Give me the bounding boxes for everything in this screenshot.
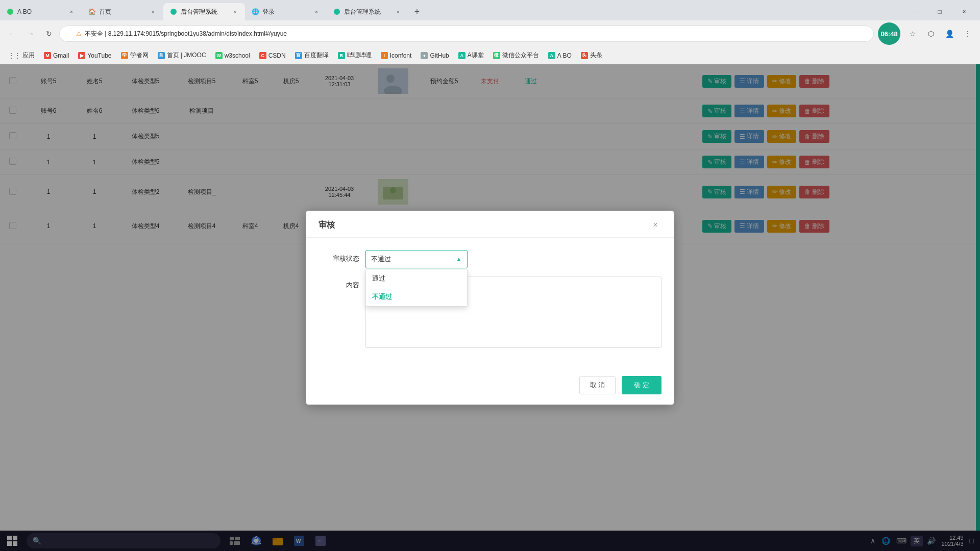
time-badge: 06:48 <box>878 22 900 45</box>
toutiao-favicon: 头 <box>581 52 588 59</box>
bookmark-bilibili[interactable]: B 哔哩哔哩 <box>334 49 376 62</box>
abo-favicon: A <box>548 52 555 59</box>
browser-tab-2[interactable]: 🏠 首页 × <box>82 3 163 20</box>
confirm-button[interactable]: 确 定 <box>622 376 662 394</box>
bookmark-baidu-translate[interactable]: 百 百度翻译 <box>291 49 333 62</box>
bookmark-aketang-label: A课堂 <box>468 51 484 60</box>
extension-button[interactable]: ⬡ <box>923 26 939 42</box>
bookmark-iconfont[interactable]: I Iconfont <box>377 50 416 61</box>
status-control: 不通过 ▲ 通过 不通过 <box>365 250 662 268</box>
refresh-button[interactable]: ↻ <box>41 26 57 42</box>
back-button[interactable]: ← <box>4 26 20 42</box>
bookmark-apps-label: 应用 <box>22 51 35 60</box>
baidu-favicon: 百 <box>295 52 302 59</box>
bookmark-jmooc-label: 首页 | JMOOC <box>167 51 206 60</box>
tab-close-3[interactable]: × <box>231 8 239 16</box>
address-bar: ← → ↻ ⚠ 不安全 | 8.129.11.174:9015/springbo… <box>0 20 980 47</box>
xuezhe-favicon: 学 <box>121 52 128 59</box>
tab-favicon-4: 🌐 <box>251 8 259 16</box>
youtube-favicon: ▶ <box>78 52 85 59</box>
browser-tab-4[interactable]: 🌐 登录 × <box>245 3 327 20</box>
tab-favicon-1 <box>6 8 14 16</box>
tab-favicon-3 <box>169 8 178 16</box>
bookmark-abo[interactable]: A A BO <box>544 50 576 61</box>
more-button[interactable]: ⋮ <box>960 26 976 42</box>
minimize-button[interactable]: ─ <box>903 3 927 20</box>
bookmark-bilibili-label: 哔哩哔哩 <box>347 51 372 60</box>
bookmark-apps[interactable]: ⋮⋮ 应用 <box>4 49 39 62</box>
aketang-favicon: A <box>458 52 465 59</box>
tab-close-2[interactable]: × <box>149 8 157 16</box>
cancel-button[interactable]: 取 消 <box>579 376 616 394</box>
bookmark-toutiao[interactable]: 头 头条 <box>577 49 606 62</box>
address-text: 不安全 | 8.129.11.174:9015/springboot1yu38/… <box>85 30 287 38</box>
bookmark-star-button[interactable]: ☆ <box>904 26 921 42</box>
forward-button[interactable]: → <box>22 26 39 42</box>
jmooc-favicon: 首 <box>158 52 165 59</box>
modal-close-button[interactable]: × <box>649 219 662 231</box>
wechat-favicon: 微 <box>493 52 500 59</box>
tab-favicon-5 <box>333 8 341 16</box>
bookmark-youtube-label: YouTube <box>87 52 111 59</box>
bookmark-abo-label: A BO <box>557 52 572 59</box>
csdn-favicon: C <box>259 52 266 59</box>
tab-favicon-2: 🏠 <box>88 8 96 16</box>
browser-tab-3[interactable]: 后台管理系统 × <box>163 3 245 20</box>
option-fail[interactable]: 不通过 <box>366 288 467 306</box>
iconfont-favicon: I <box>381 52 388 59</box>
main-content: 账号5 姓名5 体检类型5 检测项目5 科室5 机房5 2021-04-03 1… <box>0 64 980 551</box>
bookmarks-bar: ⋮⋮ 应用 M Gmail ▶ YouTube 学 学者网 首 首页 | JMO… <box>0 47 980 64</box>
bookmark-w3school[interactable]: W w3school <box>211 50 254 61</box>
bookmark-github[interactable]: ● GitHub <box>416 50 453 61</box>
gmail-favicon: M <box>44 52 51 59</box>
tab-close-4[interactable]: × <box>312 8 321 16</box>
modal-body: 审核状态 不通过 ▲ 通过 不通过 <box>306 238 674 370</box>
status-select[interactable]: 不通过 ▲ <box>365 250 468 268</box>
tab-title-5: 后台管理系统 <box>344 8 391 16</box>
bookmark-a-ketang[interactable]: A A课堂 <box>454 49 488 62</box>
status-selected-value: 不通过 <box>371 255 391 264</box>
tab-title-2: 首页 <box>99 8 146 16</box>
profile-button[interactable]: 👤 <box>941 26 958 42</box>
bookmark-jmooc[interactable]: 首 首页 | JMOOC <box>154 49 210 62</box>
bookmark-w3school-label: w3school <box>225 52 250 59</box>
bookmark-xuezhe-label: 学者网 <box>130 51 149 60</box>
tab-bar: A BO × 🏠 首页 × 后台管理系统 × 🌐 登录 × 后台 <box>0 0 980 20</box>
status-form-row: 审核状态 不通过 ▲ 通过 不通过 <box>318 250 662 268</box>
chevron-up-icon: ▲ <box>456 256 462 263</box>
bookmark-youtube[interactable]: ▶ YouTube <box>74 50 115 61</box>
modal-footer: 取 消 确 定 <box>306 370 674 405</box>
tab-title-4: 登录 <box>262 8 309 16</box>
bookmark-csdn[interactable]: C CSDN <box>255 50 290 61</box>
modal-header: 审核 × <box>306 211 674 238</box>
audit-modal: 审核 × 审核状态 不通过 ▲ 通过 <box>306 211 674 405</box>
close-window-button[interactable]: × <box>952 3 976 20</box>
security-icon: ⚠ <box>76 30 82 37</box>
bookmark-github-label: GitHub <box>430 52 449 59</box>
content-label: 内容 <box>318 277 359 290</box>
maximize-button[interactable]: □ <box>928 3 951 20</box>
bookmark-gmail-label: Gmail <box>53 52 69 59</box>
modal-title: 审核 <box>318 220 335 231</box>
new-tab-button[interactable]: + <box>408 3 426 20</box>
window-controls: ─ □ × <box>903 3 980 20</box>
bookmark-xuezhe[interactable]: 学 学者网 <box>117 49 153 62</box>
bookmark-wechat[interactable]: 微 微信公众平台 <box>489 49 543 62</box>
tab-close-5[interactable]: × <box>394 8 402 16</box>
bookmark-baidu-label: 百度翻译 <box>304 51 329 60</box>
bookmark-csdn-label: CSDN <box>268 52 286 59</box>
github-favicon: ● <box>421 52 428 59</box>
status-label: 审核状态 <box>318 250 359 263</box>
tab-title-1: A BO <box>17 8 64 15</box>
browser-tab-1[interactable]: A BO × <box>0 3 82 20</box>
browser-tab-5[interactable]: 后台管理系统 × <box>327 3 408 20</box>
bookmark-wechat-label: 微信公众平台 <box>502 51 539 60</box>
bookmark-iconfont-label: Iconfont <box>390 52 412 59</box>
address-input[interactable]: ⚠ 不安全 | 8.129.11.174:9015/springboot1yu3… <box>59 26 874 42</box>
apps-icon: ⋮⋮ <box>8 52 20 59</box>
tab-close-1[interactable]: × <box>67 8 76 16</box>
w3school-favicon: W <box>215 52 223 59</box>
bookmark-gmail[interactable]: M Gmail <box>40 50 73 61</box>
tab-title-3: 后台管理系统 <box>181 8 228 16</box>
option-pass[interactable]: 通过 <box>366 269 467 288</box>
